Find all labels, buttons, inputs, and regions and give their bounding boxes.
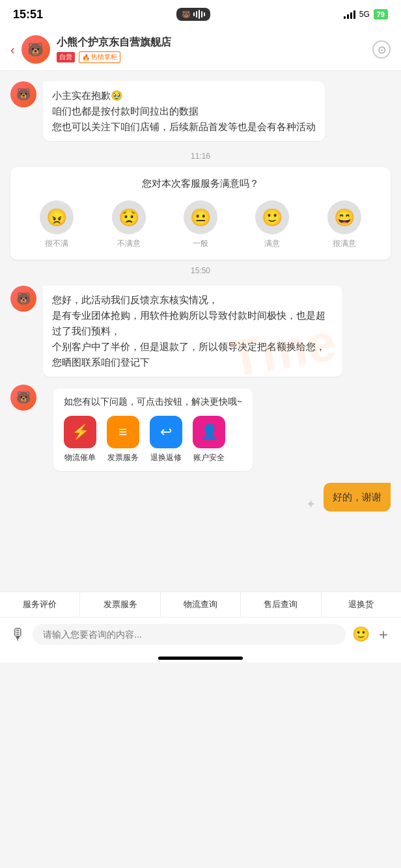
logistics-label: 物流催单 [64,452,96,463]
add-button[interactable]: ＋ [376,625,391,644]
face-label-2: 不满意 [117,238,141,249]
shop-info: 小熊个护京东自营旗舰店 自营 🔥 热情掌柜 [57,36,366,63]
invoice-label: 发票服务 [107,452,139,463]
face-label-1: 很不满 [45,238,68,249]
account-label: 账户安全 [193,452,225,463]
logistics-icon: ⚡ [64,416,96,448]
account-icon: 👤 [193,416,225,448]
bubble-right-1: 好的，谢谢 [324,483,391,511]
notification-icon: 🐻 [176,8,210,21]
timestamp-1: 11:16 [0,152,401,161]
quick-link-5[interactable]: 退换货 [322,592,401,617]
shop-name: 小熊个护京东自营旗舰店 [57,36,366,49]
quick-link-1[interactable]: 服务评价 [0,592,80,617]
chat-input[interactable] [33,624,346,645]
hot-icon: 🔥 [82,54,90,61]
badge-zying: 自营 [57,52,75,62]
shop-msg-avatar-3: 🐻 [10,385,36,411]
message-left-2: 🐻 您好，此活动我们反馈京东核实情况，是有专业团体抢购，用软件抢购所以导致付款时… [0,282,401,381]
home-indicator [158,657,243,660]
face-icon-3: 😐 [184,200,217,234]
shop-avatar: 🐻 [21,35,50,64]
quick-links-bar: 服务评价 发票服务 物流查询 售后查询 退换货 [0,591,401,617]
face-item-3[interactable]: 😐 一般 [184,200,217,249]
face-icon-2: 😟 [112,200,146,234]
audio-bars [193,10,205,19]
shop-badges: 自营 🔥 热情掌柜 [57,51,366,63]
quick-action-title: 如您有以下问题，可点击按钮，解决更快哦~ [64,396,242,407]
msg-text-1: 小主实在抱歉🥹咱们也都是按付款时间拉出的数据您也可以关注下咱们店铺，后续新品首发… [52,90,316,132]
back-button[interactable]: ‹ [10,42,15,57]
bubble-left-2: 您好，此活动我们反馈京东核实情况，是有专业团体抢购，用软件抢购所以导致付款时间极… [43,286,342,377]
action-btn-return[interactable]: ↩ 退换返修 [150,416,182,463]
chat-area: 🐻 小主实在抱歉🥹咱们也都是按付款时间拉出的数据您也可以关注下咱们店铺，后续新品… [0,71,401,591]
action-btn-invoice[interactable]: ≡ 发票服务 [107,416,139,463]
shop-msg-avatar-2: 🐻 [10,286,36,312]
hot-label: 热情掌柜 [91,53,117,62]
status-right: 5G 79 [344,9,388,20]
mic-button[interactable]: 🎙 [10,625,26,644]
face-item-5[interactable]: 😄 很满意 [327,200,361,249]
face-icon-4: 🙂 [255,200,289,234]
service-msg-text: 您好，此活动我们反馈京东核实情况，是有专业团体抢购，用软件抢购所以导致付款时间极… [52,294,325,368]
status-time: 15:51 [13,8,43,21]
service-msg-wrapper: 您好，此活动我们反馈京东核实情况，是有专业团体抢购，用软件抢购所以导致付款时间极… [43,286,342,377]
rating-faces: 😠 很不满 😟 不满意 😐 一般 🙂 满意 😄 很满意 [21,200,380,249]
settings-button[interactable]: ⊙ [372,40,391,59]
sending-icon: ✦ [306,497,316,511]
invoice-icon: ≡ [107,416,139,448]
network-label: 5G [359,10,370,19]
rating-title: 您对本次客服服务满意吗？ [21,178,380,190]
notif-label: 🐻 [182,10,191,19]
battery-badge: 79 [374,9,388,20]
input-area: 🎙 🙂 ＋ [0,617,401,651]
rating-card: 您对本次客服服务满意吗？ 😠 很不满 😟 不满意 😐 一般 🙂 满意 😄 很满意 [10,167,391,260]
face-item-4[interactable]: 🙂 满意 [255,200,289,249]
face-item-2[interactable]: 😟 不满意 [112,200,146,249]
action-buttons: ⚡ 物流催单 ≡ 发票服务 ↩ 退换返修 [64,416,242,463]
quick-link-2[interactable]: 发票服务 [80,592,160,617]
badge-hot: 🔥 热情掌柜 [79,51,120,63]
chat-header: ‹ 🐻 小熊个护京东自营旗舰店 自营 🔥 热情掌柜 ⊙ [0,29,401,71]
user-msg-text: 好的，谢谢 [333,491,381,502]
action-btn-logistics[interactable]: ⚡ 物流催单 [64,416,96,463]
action-btn-account[interactable]: 👤 账户安全 [193,416,225,463]
message-left-1: 🐻 小主实在抱歉🥹咱们也都是按付款时间拉出的数据您也可以关注下咱们店铺，后续新品… [0,77,401,145]
status-bar: 15:51 🐻 5G 79 [0,0,401,29]
status-center: 🐻 [176,8,210,21]
face-icon-5: 😄 [327,200,361,234]
shop-msg-avatar: 🐻 [10,81,36,107]
quick-actions-msg: 🐻 如您有以下问题，可点击按钮，解决更快哦~ ⚡ 物流催单 ≡ 发票服务 [0,381,401,479]
emoji-button[interactable]: 🙂 [352,626,370,643]
return-icon: ↩ [150,416,182,448]
return-label: 退换返修 [150,452,182,463]
quick-link-3[interactable]: 物流查询 [161,592,241,617]
bottom-indicator-bar [0,651,401,662]
face-label-5: 很满意 [333,238,356,249]
face-item-1[interactable]: 😠 很不满 [40,200,74,249]
signal-bars [344,10,355,19]
face-label-3: 一般 [193,238,208,249]
message-right-1: ✦ 好的，谢谢 [0,479,401,515]
quick-actions-card: 如您有以下问题，可点击按钮，解决更快哦~ ⚡ 物流催单 ≡ 发票服务 ↩ [53,388,253,471]
face-label-4: 满意 [264,238,280,249]
timestamp-2: 15:50 [0,266,401,275]
quick-link-4[interactable]: 售后查询 [241,592,321,617]
bubble-left-1: 小主实在抱歉🥹咱们也都是按付款时间拉出的数据您也可以关注下咱们店铺，后续新品首发… [43,81,325,141]
face-icon-1: 😠 [40,200,74,234]
